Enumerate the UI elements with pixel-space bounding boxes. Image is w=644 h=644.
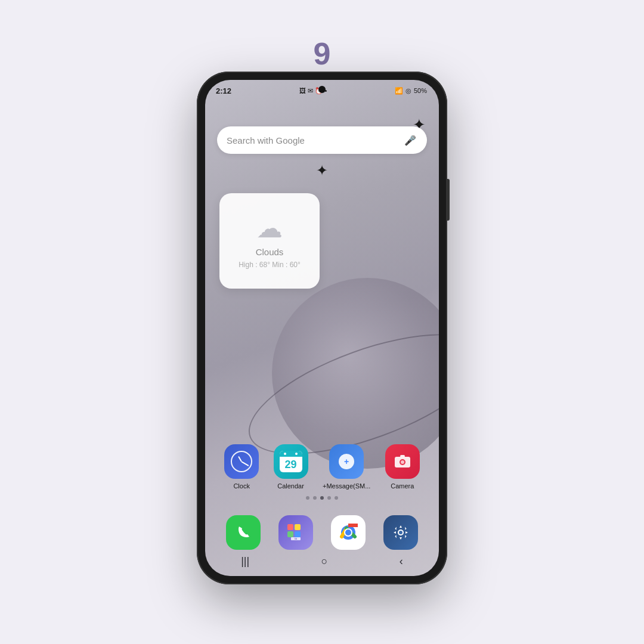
wifi-icon: 📶 bbox=[395, 87, 403, 95]
svg-point-17 bbox=[399, 531, 402, 534]
page-dot-4 bbox=[327, 496, 331, 500]
phone-app-icon[interactable] bbox=[226, 515, 261, 550]
weather-temp-range: High : 68° Min : 60° bbox=[239, 261, 301, 269]
nav-back-button[interactable]: ‹ bbox=[400, 555, 403, 568]
page-indicators bbox=[205, 496, 439, 500]
weather-condition: Clouds bbox=[256, 247, 284, 257]
battery-text: 50% bbox=[414, 87, 427, 94]
mic-icon[interactable]: 🎤 bbox=[403, 133, 417, 147]
samsung-app-icon[interactable]: 15 bbox=[278, 515, 313, 550]
app-item-camera[interactable]: Camera bbox=[385, 444, 420, 490]
chrome-app-icon[interactable] bbox=[331, 515, 366, 550]
dock-item-chrome[interactable] bbox=[331, 515, 366, 550]
weather-widget[interactable]: ☁ Clouds High : 68° Min : 60° bbox=[219, 193, 320, 289]
phone-screen: 2:12 🖼 ✉ ⏰ • 📶 ◎ 50% ✦ Search with Googl… bbox=[205, 80, 439, 576]
svg-text:+: + bbox=[344, 457, 349, 466]
svg-text:15: 15 bbox=[295, 537, 298, 540]
dock-item-settings[interactable] bbox=[383, 515, 418, 550]
app-item-clock[interactable]: Clock bbox=[224, 444, 259, 490]
camera-hole bbox=[318, 86, 326, 93]
samsung-svg-icon: 15 bbox=[286, 522, 306, 543]
message-app-icon[interactable]: + bbox=[329, 444, 364, 479]
search-placeholder: Search with Google bbox=[227, 135, 403, 145]
calendar-face: 29 bbox=[280, 451, 302, 472]
chrome-svg-icon bbox=[337, 521, 360, 544]
message-svg-icon: + bbox=[336, 451, 357, 472]
nav-recent-button[interactable]: ||| bbox=[241, 555, 249, 568]
alarm-icon: ◎ bbox=[405, 87, 411, 95]
status-time: 2:12 bbox=[216, 86, 231, 95]
svg-rect-5 bbox=[400, 455, 405, 457]
svg-rect-6 bbox=[287, 524, 293, 530]
status-right-icons: 📶 ◎ 50% bbox=[395, 87, 427, 95]
calendar-app-icon[interactable]: 29 bbox=[274, 444, 308, 479]
app-item-calendar[interactable]: 29 Calendar bbox=[274, 444, 308, 490]
sparkle-icon-2: ✦ bbox=[316, 162, 328, 179]
dock-item-phone[interactable] bbox=[226, 515, 261, 550]
clock-minute-hand bbox=[242, 461, 249, 466]
message-app-label: +Message(SM... bbox=[323, 482, 370, 490]
nav-bar: ||| ○ ‹ bbox=[205, 552, 439, 570]
search-bar[interactable]: Search with Google 🎤 bbox=[217, 126, 427, 154]
clock-app-icon[interactable] bbox=[224, 444, 259, 479]
settings-app-icon[interactable] bbox=[383, 515, 418, 550]
camera-svg-icon bbox=[392, 451, 413, 472]
calendar-top-bar bbox=[280, 451, 302, 457]
page-dot-5 bbox=[335, 496, 338, 500]
page-dot-1 bbox=[306, 496, 309, 500]
settings-svg-icon bbox=[391, 523, 410, 542]
message-notif-icon: ✉ bbox=[308, 87, 313, 95]
calendar-date: 29 bbox=[280, 457, 302, 472]
camera-app-label: Camera bbox=[391, 482, 414, 490]
nav-home-button[interactable]: ○ bbox=[321, 555, 328, 568]
phone-svg-icon bbox=[234, 524, 252, 541]
clock-app-label: Clock bbox=[233, 482, 250, 490]
app-row: Clock 29 Calendar bbox=[205, 444, 439, 490]
calendar-app-label: Calendar bbox=[277, 482, 304, 490]
app-item-message[interactable]: + +Message(SM... bbox=[323, 444, 370, 490]
svg-rect-9 bbox=[295, 531, 301, 537]
svg-rect-8 bbox=[287, 531, 293, 537]
page-dot-2 bbox=[313, 496, 317, 500]
cal-pin-left bbox=[284, 453, 286, 455]
dock-item-samsung[interactable]: 15 bbox=[278, 515, 313, 550]
bottom-dock: 15 bbox=[205, 515, 439, 550]
clock-face bbox=[231, 451, 252, 472]
page-number: 9 bbox=[314, 36, 331, 72]
camera-app-icon[interactable] bbox=[385, 444, 420, 479]
svg-point-4 bbox=[401, 460, 404, 464]
svg-point-15 bbox=[345, 530, 351, 535]
page-dot-3-active bbox=[320, 496, 324, 500]
gallery-icon: 🖼 bbox=[299, 87, 306, 94]
cal-pin-right bbox=[295, 453, 298, 455]
cloud-icon: ☁ bbox=[256, 213, 283, 243]
phone-frame: 2:12 🖼 ✉ ⏰ • 📶 ◎ 50% ✦ Search with Googl… bbox=[197, 72, 447, 584]
svg-rect-7 bbox=[295, 524, 301, 530]
